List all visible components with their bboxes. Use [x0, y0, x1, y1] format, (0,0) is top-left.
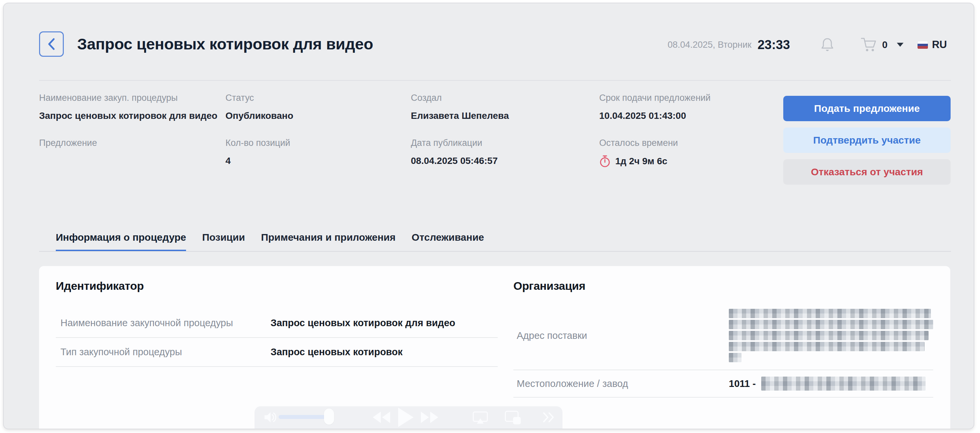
more-chevrons-icon[interactable] — [542, 412, 554, 424]
cart-button[interactable]: 0 — [861, 37, 904, 52]
row-label: Адрес поставки — [513, 330, 729, 341]
page-title: Запрос ценовых котировок для видео — [77, 35, 373, 53]
summary-cell-status: Статус Опубликовано — [226, 93, 411, 122]
field-label: Дата публикации — [411, 138, 599, 148]
language-switcher[interactable]: RU — [918, 39, 947, 51]
media-player-overlay — [255, 406, 563, 429]
chevron-left-icon — [47, 37, 56, 51]
decline-participation-button[interactable]: Отказаться от участия — [783, 159, 951, 185]
play-icon[interactable] — [398, 408, 414, 428]
bell-icon — [821, 37, 834, 52]
field-value: Запрос ценовых котировок для видео — [39, 110, 226, 122]
header-right-cluster: 08.04.2025, Вторник 23:33 0 — [668, 34, 947, 56]
fast-forward-icon[interactable] — [420, 412, 439, 424]
row-value: 1011 - — [729, 377, 926, 390]
tab-bar: Информация о процедуре Позиции Примечани… — [56, 231, 484, 252]
summary-cell-creator: Создал Елизавета Шепелева — [411, 93, 599, 122]
table-row: Адрес поставки — [513, 302, 933, 370]
tab-procedure-info[interactable]: Информация о процедуре — [56, 231, 186, 252]
field-label: Наименование закуп. процедуры — [39, 93, 226, 103]
identifier-section-title: Идентификатор — [56, 279, 144, 292]
cart-count: 0 — [882, 40, 888, 51]
summary-cell-proposal: Предложение — [39, 138, 226, 168]
rewind-icon[interactable] — [372, 412, 391, 424]
cart-icon — [861, 37, 877, 52]
volume-slider-knob[interactable] — [324, 409, 334, 425]
field-value: Опубликовано — [226, 110, 411, 122]
current-date: 08.04.2025, Вторник — [668, 40, 751, 50]
summary-grid: Наименование закуп. процедуры Запрос цен… — [39, 93, 783, 168]
procedure-card: Запрос ценовых котировок для видео 08.04… — [3, 3, 974, 429]
field-label: Создал — [411, 93, 599, 103]
timer-icon — [599, 155, 611, 168]
submit-proposal-button[interactable]: Подать предложение — [783, 96, 951, 121]
chevron-down-icon — [897, 43, 904, 47]
time-left-value: 1д 2ч 9м 6с — [615, 156, 667, 167]
plant-code: 1011 - — [729, 378, 756, 389]
notifications-button[interactable] — [821, 37, 834, 52]
field-value: Елизавета Шепелева — [411, 110, 599, 122]
picture-in-picture-icon[interactable] — [504, 410, 522, 426]
actions-panel: Подать предложение Подтвердить участие О… — [783, 96, 951, 185]
summary-cell-deadline: Срок подачи предложений 10.04.2025 01:43… — [599, 93, 783, 122]
russia-flag-icon — [918, 41, 928, 49]
header-divider — [39, 80, 951, 81]
volume-slider[interactable] — [278, 415, 329, 419]
field-value: 08.04.2025 05:46:57 — [411, 155, 599, 167]
summary-cell-procurement-name: Наименование закуп. процедуры Запрос цен… — [39, 93, 226, 122]
volume-icon — [264, 411, 278, 425]
identifier-table: Наименование закупочной процедуры Запрос… — [56, 309, 498, 367]
table-row: Тип закупочной процедуры Запрос ценовых … — [56, 338, 498, 367]
tabs-baseline — [39, 251, 951, 252]
row-label: Наименование закупочной процедуры — [56, 317, 270, 328]
tab-notes-attachments[interactable]: Примечания и приложения — [261, 231, 396, 252]
procedure-info-panel: Идентификатор Наименование закупочной пр… — [39, 266, 950, 429]
current-time: 23:33 — [757, 38, 790, 52]
organization-table: Адрес поставки Местоположение / завод 10… — [513, 302, 933, 398]
table-row: Местоположение / завод 1011 - — [513, 370, 933, 398]
field-value: 1д 2ч 9м 6с — [599, 155, 783, 168]
back-button[interactable] — [39, 32, 64, 57]
field-value: 4 — [226, 155, 411, 167]
language-label: RU — [932, 39, 947, 51]
field-label: Статус — [226, 93, 411, 103]
tab-positions[interactable]: Позиции — [202, 231, 245, 252]
redacted-plant-name — [761, 377, 926, 390]
redacted-address-value — [729, 309, 933, 362]
field-label: Осталось времени — [599, 138, 783, 148]
row-label: Тип закупочной процедуры — [56, 347, 270, 358]
confirm-participation-button[interactable]: Подтвердить участие — [783, 127, 951, 153]
field-label: Предложение — [39, 138, 226, 148]
field-value — [39, 155, 226, 167]
row-value: Запрос ценовых котировок для видео — [270, 317, 455, 328]
summary-cell-publication-date: Дата публикации 08.04.2025 05:46:57 — [411, 138, 599, 168]
row-value: Запрос ценовых котировок — [270, 347, 402, 358]
field-label: Срок подачи предложений — [599, 93, 783, 103]
summary-cell-positions-count: Кол-во позиций 4 — [226, 138, 411, 168]
row-label: Местоположение / завод — [513, 378, 729, 389]
summary-cell-time-left: Осталось времени 1д 2ч 9м 6с — [599, 138, 783, 168]
screen-mirroring-icon[interactable] — [472, 411, 488, 426]
field-label: Кол-во позиций — [226, 138, 411, 148]
table-row: Наименование закупочной процедуры Запрос… — [56, 309, 498, 338]
organization-section-title: Организация — [513, 279, 585, 292]
field-value: 10.04.2025 01:43:00 — [599, 110, 783, 122]
tab-tracking[interactable]: Отслеживание — [412, 231, 484, 252]
